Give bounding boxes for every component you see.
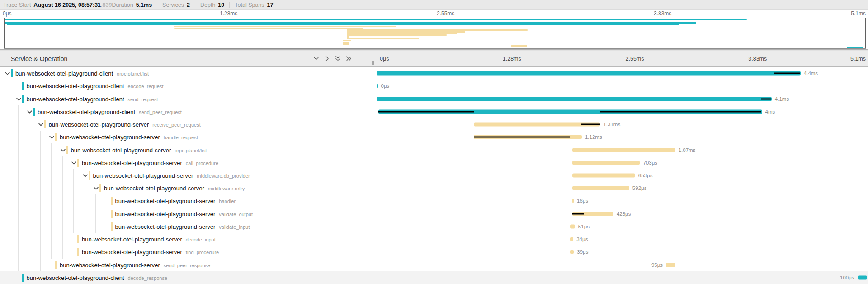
span-timeline-cell[interactable]: 16μs	[377, 194, 868, 207]
span-timeline-cell[interactable]: 653μs	[377, 169, 868, 182]
expand-level-icon[interactable]	[324, 55, 330, 62]
indent-guide	[7, 92, 7, 105]
span-timeline-cell[interactable]: 4.1ms	[377, 92, 868, 105]
span-name-cell[interactable]: bun-websocket-otel-playground-servermidd…	[0, 169, 377, 182]
collapse-all-icon[interactable]	[335, 55, 341, 62]
span-row[interactable]: bun-websocket-otel-playground-clientsend…	[0, 105, 868, 118]
viewport-right-handle[interactable]	[865, 18, 866, 48]
indent-guide	[95, 220, 96, 233]
span-name-cell[interactable]: bun-websocket-otel-playground-serverorpc…	[0, 143, 377, 156]
span-bar[interactable]	[572, 199, 574, 203]
column-divider[interactable]	[377, 50, 377, 284]
column-resize-grip[interactable]	[372, 61, 374, 65]
collapse-chevron-icon[interactable]	[16, 96, 22, 102]
trace-minimap[interactable]	[0, 17, 868, 50]
indent-guide	[62, 169, 63, 182]
span-timeline-cell[interactable]: 4ms	[377, 105, 868, 118]
span-timeline-cell[interactable]: 1.31ms	[377, 118, 868, 131]
span-timeline-cell[interactable]: 428μs	[377, 208, 868, 220]
span-bar[interactable]	[572, 161, 640, 165]
span-row[interactable]: bun-websocket-otel-playground-servermidd…	[0, 169, 868, 182]
span-name-cell[interactable]: bun-websocket-otel-playground-serverfind…	[0, 246, 377, 258]
indent-guide	[7, 182, 7, 194]
span-name-cell[interactable]: bun-websocket-otel-playground-clientsend…	[0, 92, 377, 105]
expand-all-icon[interactable]	[345, 55, 352, 62]
span-name-cell[interactable]: bun-websocket-otel-playground-servermidd…	[0, 182, 377, 194]
span-row[interactable]: bun-websocket-otel-playground-clientenco…	[0, 80, 868, 92]
service-name: bun-websocket-otel-playground-clientenco…	[27, 83, 164, 90]
span-timeline-cell[interactable]: 1.12ms	[377, 131, 868, 143]
span-row[interactable]: bun-websocket-otel-playground-serverhand…	[0, 131, 868, 143]
span-row[interactable]: bun-websocket-otel-playground-clientorpc…	[0, 67, 868, 80]
trace-stat-services: Services2	[157, 2, 190, 8]
span-name-cell[interactable]: bun-websocket-otel-playground-servercall…	[0, 156, 377, 169]
span-timeline-cell[interactable]: 100μs	[377, 271, 868, 284]
collapse-chevron-icon[interactable]	[60, 147, 66, 153]
span-row[interactable]: bun-websocket-otel-playground-servervali…	[0, 208, 868, 220]
span-row[interactable]: bun-websocket-otel-playground-servermidd…	[0, 182, 868, 194]
span-name-cell[interactable]: bun-websocket-otel-playground-serversend…	[0, 259, 377, 271]
collapse-chevron-icon[interactable]	[93, 185, 99, 191]
collapse-chevron-icon[interactable]	[27, 109, 33, 114]
span-timeline-cell[interactable]: 592μs	[377, 182, 868, 194]
span-bar[interactable]	[570, 250, 574, 254]
indent-guide	[40, 143, 41, 156]
indent-guide	[7, 80, 7, 92]
span-row[interactable]: bun-websocket-otel-playground-serverfind…	[0, 246, 868, 258]
span-name-cell[interactable]: bun-websocket-otel-playground-clientorpc…	[0, 67, 377, 80]
span-name-cell[interactable]: bun-websocket-otel-playground-servervali…	[0, 220, 377, 233]
span-row[interactable]: bun-websocket-otel-playground-serverrece…	[0, 118, 868, 131]
collapse-chevron-icon[interactable]	[38, 122, 44, 128]
span-timeline-cell[interactable]: 51μs	[377, 220, 868, 233]
span-row[interactable]: bun-websocket-otel-playground-serverorpc…	[0, 143, 868, 156]
span-name-cell[interactable]: bun-websocket-otel-playground-clientdeco…	[0, 271, 377, 284]
span-row[interactable]: bun-websocket-otel-playground-servervali…	[0, 220, 868, 233]
span-row[interactable]: bun-websocket-otel-playground-clientsend…	[0, 92, 868, 105]
span-name-cell[interactable]: bun-websocket-otel-playground-servervali…	[0, 208, 377, 220]
span-bar[interactable]	[858, 275, 867, 279]
collapse-chevron-icon[interactable]	[82, 172, 88, 178]
span-bar[interactable]	[572, 148, 675, 152]
viewport-left-handle[interactable]	[4, 18, 5, 48]
span-bar[interactable]	[572, 173, 635, 177]
span-bar[interactable]	[570, 224, 575, 228]
span-bar[interactable]	[666, 263, 675, 267]
collapse-chevron-icon[interactable]	[5, 71, 10, 76]
collapse-chevron-icon[interactable]	[71, 160, 77, 166]
span-timeline-cell[interactable]: 95μs	[377, 259, 868, 271]
span-bar[interactable]	[377, 97, 772, 101]
span-bar[interactable]	[570, 237, 573, 241]
span-name-cell[interactable]: bun-websocket-otel-playground-clientenco…	[0, 80, 377, 92]
service-operation-title: Service & Operation	[11, 55, 67, 62]
span-row[interactable]: bun-websocket-otel-playground-serversend…	[0, 259, 868, 271]
span-duration-label: 428μs	[617, 211, 631, 217]
span-name-cell[interactable]: bun-websocket-otel-playground-clientsend…	[0, 105, 377, 118]
span-row[interactable]: bun-websocket-otel-playground-clientdeco…	[0, 271, 868, 284]
span-timeline-cell[interactable]: 1.07ms	[377, 143, 868, 156]
span-name-cell[interactable]: bun-websocket-otel-playground-serverhand…	[0, 131, 377, 143]
span-duration-label: 16μs	[577, 198, 588, 204]
service-name: bun-websocket-otel-playground-serverrece…	[49, 121, 201, 128]
span-name-cell[interactable]: bun-websocket-otel-playground-serverhand…	[0, 194, 377, 207]
service-name: bun-websocket-otel-playground-servermidd…	[104, 185, 245, 192]
critical-path-segment	[600, 111, 761, 112]
expand-collapse-controls	[313, 55, 377, 62]
span-timeline-cell[interactable]: 0μs	[377, 80, 868, 92]
collapse-level-icon[interactable]	[313, 55, 320, 62]
span-bar[interactable]	[572, 186, 629, 190]
critical-path-segment	[761, 98, 771, 99]
span-timeline-cell[interactable]: 34μs	[377, 233, 868, 246]
span-name-cell[interactable]: bun-websocket-otel-playground-serverrece…	[0, 118, 377, 131]
span-row[interactable]: bun-websocket-otel-playground-serverhand…	[0, 194, 868, 207]
span-name-cell[interactable]: bun-websocket-otel-playground-serverdeco…	[0, 233, 377, 246]
span-bar[interactable]	[377, 71, 801, 76]
collapse-chevron-icon[interactable]	[49, 134, 55, 140]
span-timeline-cell[interactable]: 4.4ms	[377, 67, 868, 80]
indent-guide	[29, 143, 29, 156]
span-duration-label: 4.1ms	[775, 96, 789, 102]
minimap-viewport[interactable]	[4, 18, 866, 49]
span-row[interactable]: bun-websocket-otel-playground-serverdeco…	[0, 233, 868, 246]
span-timeline-cell[interactable]: 703μs	[377, 156, 868, 169]
span-timeline-cell[interactable]: 39μs	[377, 246, 868, 258]
span-row[interactable]: bun-websocket-otel-playground-servercall…	[0, 156, 868, 169]
